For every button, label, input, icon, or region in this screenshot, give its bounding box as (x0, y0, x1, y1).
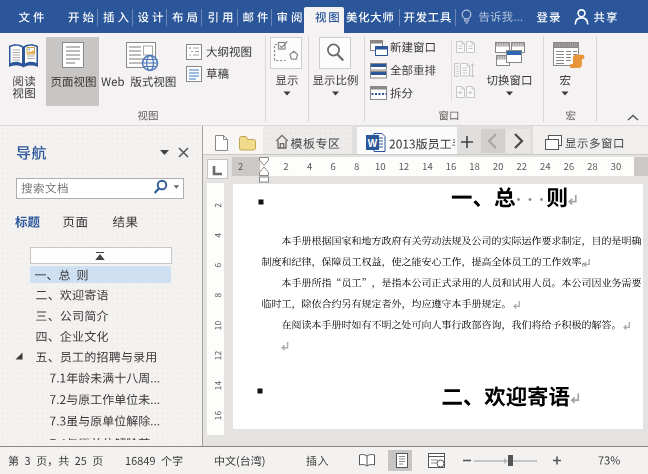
svg-text:W: W (368, 138, 378, 149)
